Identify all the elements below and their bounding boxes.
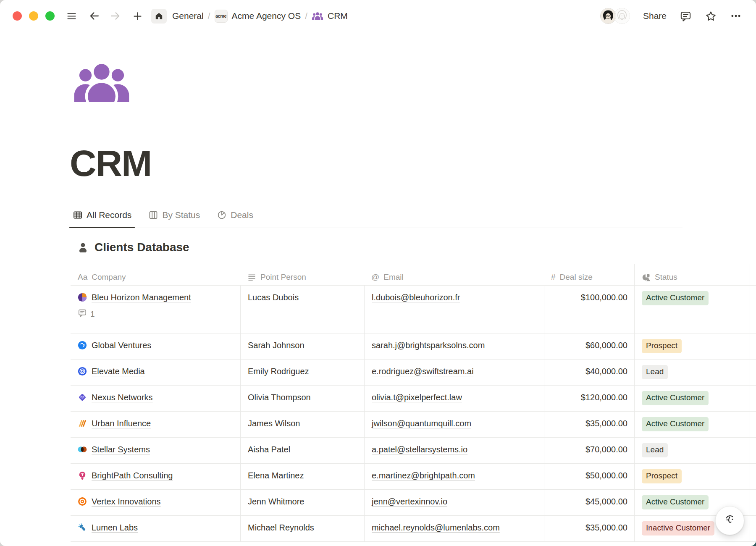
status-badge[interactable]: Active Customer (642, 495, 709, 509)
menu-icon[interactable] (66, 10, 77, 22)
point-person-cell[interactable]: Sarah Johnson (240, 333, 364, 360)
star-icon[interactable] (705, 10, 717, 22)
company-link[interactable]: Vertex Innovations (92, 496, 161, 507)
deal-size-cell[interactable]: $60,000.00 (544, 333, 634, 360)
deal-size-cell[interactable]: $100,000.00 (544, 286, 634, 333)
point-person-cell[interactable]: Michael Reynolds (240, 516, 364, 542)
company-cell[interactable]: Nexus Networks (71, 386, 240, 412)
company-link[interactable]: Bleu Horizon Management (92, 292, 191, 303)
status-badge[interactable]: Prospect (642, 469, 682, 483)
deal-size-cell[interactable]: $35,000.00 (544, 516, 634, 542)
status-cell[interactable]: Prospect (634, 464, 750, 490)
status-cell[interactable]: Lead (634, 438, 750, 464)
company-link[interactable]: Lumen Labs (92, 522, 138, 533)
email-link[interactable]: l.dubois@bleuhorizon.fr (372, 293, 460, 302)
email-cell[interactable]: olivia.t@pixelperfect.law (364, 386, 544, 412)
email-cell[interactable]: e.martinez@brightpath.com (364, 464, 544, 490)
company-cell[interactable]: Elevate Media (71, 360, 240, 386)
status-badge[interactable]: Inactive Customer (642, 521, 714, 536)
minimize-window-button[interactable] (29, 11, 38, 21)
email-cell[interactable]: michael.reynolds@lumenlabs.com (364, 516, 544, 542)
point-person-cell[interactable]: Elena Martinez (240, 464, 364, 490)
company-cell[interactable]: Global Ventures (71, 333, 240, 360)
email-link[interactable]: olivia.t@pixelperfect.law (372, 393, 462, 402)
email-link[interactable]: jenn@vertexinnov.io (372, 497, 447, 506)
status-cell[interactable]: Active Customer (634, 386, 750, 412)
close-window-button[interactable] (13, 11, 22, 21)
deal-size-cell[interactable]: $45,000.00 (544, 490, 634, 516)
deal-size-cell[interactable]: $40,000.00 (544, 360, 634, 386)
page-icon-people[interactable] (72, 63, 131, 102)
point-person-cell[interactable]: Emily Rodriguez (240, 360, 364, 386)
comment-count-row[interactable]: 1 (78, 308, 234, 320)
email-cell[interactable]: jwilson@quantumquill.com (364, 412, 544, 438)
point-person-cell[interactable]: James Wilson (240, 412, 364, 438)
point-person-cell[interactable]: Olivia Thompson (240, 386, 364, 412)
company-cell[interactable]: BrightPath Consulting (71, 464, 240, 490)
point-person-cell[interactable]: Jenn Whitmore (240, 490, 364, 516)
email-link[interactable]: jwilson@quantumquill.com (372, 419, 471, 428)
company-cell[interactable]: Urban Influence (71, 412, 240, 438)
tab-by-status[interactable]: By Status (146, 207, 202, 223)
status-badge[interactable]: Lead (642, 365, 668, 379)
status-badge[interactable]: Active Customer (642, 417, 709, 431)
email-link[interactable]: sarah.j@brightsparksolns.com (372, 341, 485, 350)
email-cell[interactable]: l.dubois@bleuhorizon.fr (364, 286, 544, 333)
page-title[interactable]: CRM (70, 144, 756, 183)
column-header-deal-size[interactable]: # Deal size (544, 264, 634, 286)
comments-icon[interactable] (680, 10, 692, 22)
company-link[interactable]: Nexus Networks (92, 392, 153, 403)
email-cell[interactable]: jenn@vertexinnov.io (364, 490, 544, 516)
status-cell[interactable]: Prospect (634, 333, 750, 360)
status-badge[interactable]: Active Customer (642, 391, 709, 405)
column-header-email[interactable]: @ Email (364, 264, 544, 286)
company-link[interactable]: Stellar Systems (92, 444, 150, 455)
more-options-icon[interactable] (730, 10, 742, 22)
status-badge[interactable]: Prospect (642, 339, 682, 353)
plus-icon[interactable] (132, 10, 143, 22)
avatar[interactable] (614, 8, 630, 24)
email-link[interactable]: a.patel@stellarsystems.io (372, 445, 467, 454)
email-link[interactable]: e.rodriguez@swiftstream.ai (372, 367, 474, 376)
company-cell[interactable]: Lumen Labs (71, 516, 240, 542)
deal-size-cell[interactable]: $35,000.00 (544, 412, 634, 438)
email-link[interactable]: michael.reynolds@lumenlabs.com (372, 523, 500, 532)
column-header-status[interactable]: Status (634, 264, 750, 286)
database-title[interactable]: Clients Database (77, 239, 756, 255)
point-person-cell[interactable]: Lucas Dubois (240, 286, 364, 333)
back-arrow-icon[interactable] (88, 10, 100, 22)
deal-size-cell[interactable]: $50,000.00 (544, 464, 634, 490)
company-link[interactable]: BrightPath Consulting (92, 470, 173, 481)
email-cell[interactable]: e.rodriguez@swiftstream.ai (364, 360, 544, 386)
at-sign-icon: @ (371, 272, 379, 283)
company-link[interactable]: Urban Influence (92, 418, 151, 429)
company-cell[interactable]: Bleu Horizon Management 1 (71, 286, 240, 333)
share-button[interactable]: Share (643, 11, 667, 21)
deal-size-cell[interactable]: $120,000.00 (544, 386, 634, 412)
column-header-company[interactable]: Aa Company (71, 264, 240, 286)
point-person-cell[interactable]: Aisha Patel (240, 438, 364, 464)
status-cell[interactable]: Lead (634, 360, 750, 386)
status-cell[interactable]: Active Customer (634, 412, 750, 438)
home-button[interactable] (151, 9, 167, 24)
ai-assistant-button[interactable] (715, 506, 744, 535)
email-cell[interactable]: a.patel@stellarsystems.io (364, 438, 544, 464)
company-cell[interactable]: Vertex Innovations (71, 490, 240, 516)
company-cell[interactable]: Stellar Systems (71, 438, 240, 464)
column-header-point-person[interactable]: Point Person (240, 264, 364, 286)
email-link[interactable]: e.martinez@brightpath.com (372, 471, 475, 480)
email-cell[interactable]: sarah.j@brightsparksolns.com (364, 333, 544, 360)
deal-size-cell[interactable]: $70,000.00 (544, 438, 634, 464)
breadcrumb-workspace[interactable]: acme Acme Agency OS (215, 10, 301, 23)
company-link[interactable]: Global Ventures (92, 340, 151, 351)
status-badge[interactable]: Active Customer (642, 291, 709, 305)
forward-arrow-icon[interactable] (110, 10, 121, 22)
tab-all-records[interactable]: All Records (71, 207, 134, 223)
status-badge[interactable]: Lead (642, 443, 668, 457)
fullscreen-window-button[interactable] (45, 11, 55, 21)
breadcrumb-page[interactable]: CRM (312, 11, 348, 21)
tab-deals[interactable]: Deals (215, 207, 255, 223)
status-cell[interactable]: Active Customer (634, 286, 750, 333)
breadcrumb-general[interactable]: General (172, 11, 204, 21)
company-link[interactable]: Elevate Media (92, 366, 145, 377)
